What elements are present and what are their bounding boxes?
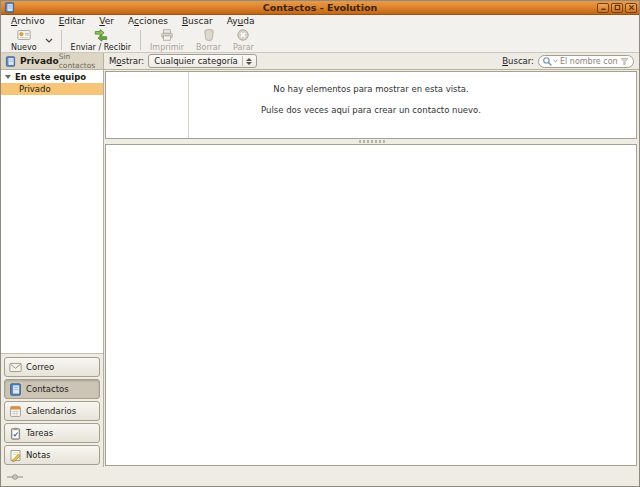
titlebar[interactable]: Contactos - Evolution <box>1 1 639 15</box>
new-button-label: Nuevo <box>11 43 37 52</box>
minimize-button[interactable] <box>597 3 609 13</box>
contact-list-pane[interactable]: No hay elementos para mostrar en esta vi… <box>105 71 637 139</box>
tree-item-privado[interactable]: Privado <box>1 83 103 95</box>
switcher-memos-label: Notas <box>26 450 51 460</box>
folder-tree: En este equipo Privado <box>1 70 103 354</box>
calendar-icon <box>9 405 22 418</box>
filter-row: Privado Sin contactos Mostrar: Cualquier… <box>1 53 639 70</box>
trash-icon <box>202 28 216 42</box>
tree-root-label: En este equipo <box>15 72 86 82</box>
content-area: No hay elementos para mostrar en esta vi… <box>104 70 639 467</box>
maximize-icon <box>614 4 621 11</box>
show-label: Mostrar: <box>109 56 144 66</box>
send-receive-button[interactable]: Enviar / Recibir <box>65 27 137 53</box>
empty-view-hint: Pulse dos veces aquí para crear un conta… <box>106 105 636 115</box>
print-button-label: Imprimir <box>150 43 184 52</box>
folder-status: Sin contactos <box>59 52 100 70</box>
splitter-handle-icon[interactable] <box>359 140 385 143</box>
filter-bar: Mostrar: Cualquier categoría Buscar: <box>104 53 639 70</box>
delete-button-label: Borrar <box>196 43 221 52</box>
send-receive-label: Enviar / Recibir <box>71 43 131 52</box>
search-entry[interactable] <box>538 55 634 68</box>
new-contact-icon <box>17 28 31 42</box>
switcher-contacts-button[interactable]: Contactos <box>4 379 100 399</box>
switcher-mail-label: Correo <box>26 362 54 372</box>
evolution-window: Contactos - Evolution Archivo Editar Ver… <box>0 0 640 487</box>
empty-view-message: No hay elementos para mostrar en esta vi… <box>106 84 636 94</box>
toolbar: Nuevo Enviar / Recibir Imprimir <box>1 28 639 53</box>
minimize-icon <box>600 4 607 11</box>
maximize-button[interactable] <box>611 3 623 13</box>
toolbar-separator <box>140 30 141 50</box>
switcher-calendars-button[interactable]: Calendarios <box>4 401 100 421</box>
sidebar: En este equipo Privado Correo <box>1 70 104 467</box>
combo-arrows-icon <box>246 58 253 65</box>
column-divider <box>188 72 189 138</box>
addressbook-icon <box>5 56 16 67</box>
stop-icon <box>236 28 250 42</box>
switcher-memos-button[interactable]: Notas <box>4 445 100 465</box>
online-status-icon[interactable] <box>7 473 23 481</box>
switcher-mail-button[interactable]: Correo <box>4 357 100 377</box>
print-button: Imprimir <box>144 27 190 53</box>
new-dropdown-button[interactable] <box>43 28 58 52</box>
close-icon <box>628 4 635 11</box>
close-button[interactable] <box>625 3 637 13</box>
filter-funnel-icon <box>620 57 629 66</box>
search-icon[interactable] <box>542 56 553 67</box>
contacts-icon <box>9 383 22 396</box>
mail-icon <box>9 361 22 374</box>
search-input[interactable] <box>558 57 620 66</box>
toolbar-separator <box>61 30 62 50</box>
switcher-tasks-button[interactable]: Tareas <box>4 423 100 443</box>
category-combobox[interactable]: Cualquier categoría <box>148 54 257 68</box>
memo-icon <box>9 449 22 462</box>
folder-header: Privado Sin contactos <box>1 53 104 70</box>
printer-icon <box>160 28 174 42</box>
search-label: Buscar: <box>502 56 534 66</box>
tasks-icon <box>9 427 22 440</box>
component-switcher: Correo Contactos <box>1 354 103 467</box>
stop-button-label: Parar <box>233 43 254 52</box>
tree-item-en-este-equipo[interactable]: En este equipo <box>1 70 103 83</box>
chevron-down-icon <box>45 38 53 43</box>
switcher-tasks-label: Tareas <box>26 428 53 438</box>
switcher-contacts-label: Contactos <box>26 384 69 394</box>
main-area: En este equipo Privado Correo <box>1 70 639 467</box>
statusbar <box>1 467 639 486</box>
delete-button: Borrar <box>190 27 227 53</box>
stop-button: Parar <box>227 27 260 53</box>
send-receive-icon <box>94 28 108 42</box>
switcher-calendars-label: Calendarios <box>26 406 76 416</box>
category-combobox-value: Cualquier categoría <box>152 56 242 66</box>
expander-icon[interactable] <box>5 75 11 79</box>
folder-title: Privado <box>20 56 59 66</box>
new-button[interactable]: Nuevo <box>5 27 43 53</box>
combo-separator <box>242 56 243 66</box>
window-title: Contactos - Evolution <box>1 2 639 13</box>
contact-preview-pane[interactable] <box>105 144 637 466</box>
